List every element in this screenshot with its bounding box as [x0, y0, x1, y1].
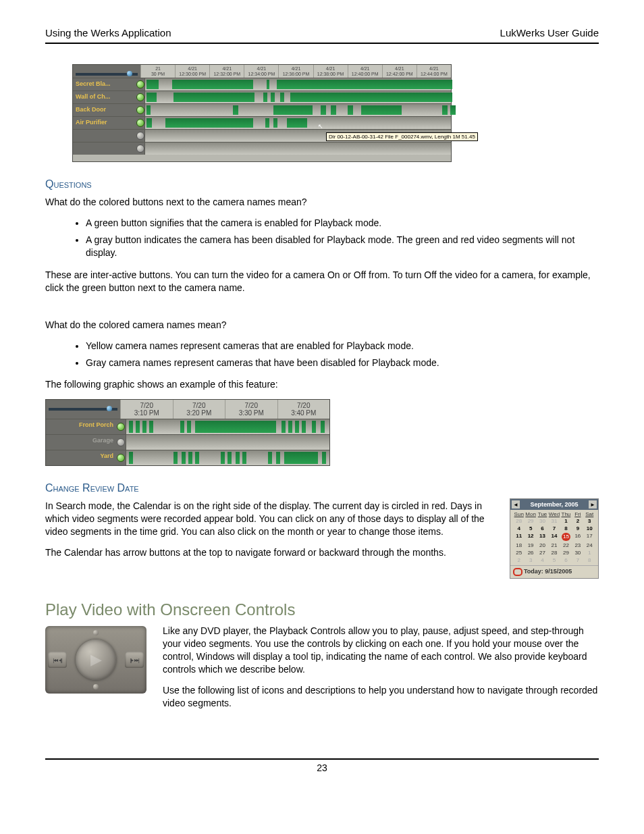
play-button[interactable]: ▶: [76, 640, 116, 680]
video-segment[interactable]: [173, 93, 254, 102]
calendar-day[interactable]: 5: [548, 556, 560, 564]
step-forward-button[interactable]: ||▸ ▸▸|: [125, 652, 144, 668]
video-segment[interactable]: [221, 452, 225, 464]
calendar-day[interactable]: 8: [560, 525, 572, 532]
calendar-day[interactable]: 3: [525, 556, 536, 564]
timeline-track[interactable]: ↖Dir 00-12-AB-00-31-42 File F_000274.wmv…: [144, 130, 451, 142]
video-segment[interactable]: [142, 421, 146, 433]
video-segment[interactable]: [165, 118, 253, 128]
calendar-day[interactable]: 28: [548, 549, 560, 556]
calendar-day[interactable]: 7: [548, 525, 560, 532]
calendar-day[interactable]: 29: [560, 549, 572, 556]
video-segment[interactable]: [188, 452, 192, 464]
video-segment[interactable]: [290, 93, 452, 102]
camera-toggle-button[interactable]: [117, 423, 125, 431]
timeline-track[interactable]: [126, 450, 329, 465]
video-segment[interactable]: [276, 452, 280, 464]
video-segment[interactable]: [263, 93, 267, 102]
calendar-day[interactable]: 30: [537, 517, 548, 525]
video-segment[interactable]: [195, 421, 276, 433]
dial-nub-top[interactable]: [93, 630, 99, 635]
calendar-day[interactable]: 21: [548, 542, 560, 549]
camera-toggle-button[interactable]: [136, 93, 144, 101]
calendar-day[interactable]: 7: [572, 556, 583, 564]
calendar-day[interactable]: 22: [560, 542, 572, 549]
calendar-day[interactable]: 29: [525, 517, 536, 525]
calendar-day[interactable]: 18: [513, 542, 525, 549]
video-segment[interactable]: [321, 421, 325, 433]
video-segment[interactable]: [348, 105, 353, 115]
video-segment[interactable]: [265, 118, 269, 128]
camera-toggle-button[interactable]: [117, 454, 125, 462]
calendar-day[interactable]: 2: [513, 556, 525, 564]
calendar-day[interactable]: 9: [572, 525, 583, 532]
video-segment[interactable]: [331, 105, 336, 115]
video-segment[interactable]: [146, 80, 159, 89]
calendar-day[interactable]: 14: [548, 532, 560, 542]
timeline-track[interactable]: [144, 91, 451, 103]
calendar-day[interactable]: 12: [525, 532, 536, 542]
calendar-day[interactable]: 16: [572, 532, 583, 542]
video-segment[interactable]: [287, 118, 307, 128]
video-segment[interactable]: [268, 452, 272, 464]
calendar-day[interactable]: 25: [513, 549, 525, 556]
calendar-day[interactable]: 26: [525, 549, 536, 556]
calendar-day[interactable]: 31: [548, 517, 560, 525]
video-segment[interactable]: [277, 80, 452, 89]
calendar-day[interactable]: 4: [537, 556, 548, 564]
camera-toggle-button[interactable]: [136, 119, 144, 127]
video-segment[interactable]: [242, 452, 246, 464]
video-segment[interactable]: [302, 421, 306, 433]
step-back-button[interactable]: |◂◂ ◂||: [48, 652, 67, 668]
video-segment[interactable]: [149, 421, 153, 433]
calendar-day[interactable]: 19: [525, 542, 536, 549]
video-segment[interactable]: [187, 421, 191, 433]
calendar-day[interactable]: 1: [584, 549, 595, 556]
calendar-today-link[interactable]: Today: 9/15/2005: [510, 565, 598, 578]
calendar-day[interactable]: 30: [572, 549, 583, 556]
video-segment[interactable]: [180, 421, 184, 433]
video-segment[interactable]: [295, 421, 299, 433]
camera-toggle-button[interactable]: [136, 145, 144, 153]
video-segment[interactable]: [281, 421, 286, 433]
calendar-prev-button[interactable]: ◄: [512, 500, 520, 509]
timeline-track[interactable]: [144, 117, 451, 129]
video-segment[interactable]: [146, 118, 152, 128]
camera-toggle-button[interactable]: [117, 438, 125, 446]
timeline-track[interactable]: [144, 142, 451, 155]
calendar-day[interactable]: 11: [513, 532, 525, 542]
video-segment[interactable]: [361, 105, 402, 115]
video-segment[interactable]: [271, 93, 275, 102]
calendar-title[interactable]: September, 2005: [530, 501, 578, 508]
calendar-day[interactable]: 5: [525, 525, 536, 532]
camera-toggle-button[interactable]: [136, 132, 144, 140]
calendar-day[interactable]: 27: [537, 549, 548, 556]
video-segment[interactable]: [129, 421, 133, 433]
video-segment[interactable]: [288, 421, 292, 433]
dial-nub-bottom[interactable]: [93, 684, 99, 689]
camera-toggle-button[interactable]: [136, 80, 144, 88]
calendar-day[interactable]: 20: [537, 542, 548, 549]
calendar-day[interactable]: 24: [584, 542, 595, 549]
calendar-day[interactable]: 23: [572, 542, 583, 549]
video-segment[interactable]: [442, 105, 448, 115]
video-segment[interactable]: [322, 452, 326, 464]
timeline-track[interactable]: [126, 419, 329, 434]
video-segment[interactable]: [273, 118, 277, 128]
calendar-day[interactable]: 6: [560, 556, 572, 564]
timeline-track[interactable]: [144, 78, 451, 90]
video-segment[interactable]: [321, 105, 326, 115]
video-segment[interactable]: [146, 105, 151, 115]
video-segment[interactable]: [236, 452, 240, 464]
video-segment[interactable]: [233, 105, 238, 115]
video-segment[interactable]: [227, 452, 232, 464]
video-segment[interactable]: [284, 452, 318, 464]
calendar-day[interactable]: 15: [560, 532, 572, 542]
calendar-day[interactable]: 6: [537, 525, 548, 532]
video-segment[interactable]: [182, 452, 186, 464]
calendar-day[interactable]: 1: [560, 517, 572, 525]
calendar-day[interactable]: 8: [584, 556, 595, 564]
video-segment[interactable]: [129, 452, 133, 464]
video-segment[interactable]: [312, 421, 316, 433]
timeline-scrollbar[interactable]: [140, 155, 451, 161]
